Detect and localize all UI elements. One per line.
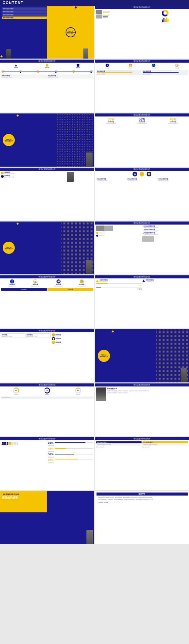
year-2: 2016 (20, 70, 22, 71)
slide-8: 请在这里添加标题内容 💻 💰 🪙 (95, 168, 189, 221)
copyright-header: 版权声明 (97, 493, 188, 496)
bar-6 (103, 17, 108, 18)
s18-body2: 此处添加内容描述文字内容说明 (142, 444, 188, 446)
icon-dollar: $ (106, 64, 109, 67)
s8-body-1: 此处添加内容文字说明 (97, 180, 126, 181)
icon-coins: 🪙 (147, 172, 151, 176)
city-photo (96, 387, 106, 401)
icon-text-2: 添加标题 (128, 67, 133, 69)
check-2: ✓ (142, 229, 144, 231)
label-2: 添加描述文字 (99, 235, 105, 236)
bar-5 (103, 16, 108, 17)
slide-19: BUSINESS PLAN 感谢您的观看 汇报人：姓名 职务 20XX (0, 491, 94, 544)
slide-14: PART 04 添加标题文字 (95, 329, 189, 382)
stat-48: 48% (169, 117, 176, 121)
slide-13: 请在这里添加标题内容 添加标题 此处添加内容文字说明 添加标题 此处添加内容文字… (0, 329, 94, 382)
desc-60: 此处添加标题 (48, 462, 93, 464)
s10-d1: 此处添加内容文字说明此处添加 (144, 227, 158, 228)
slide-13-header: 请在这里添加标题内容 (0, 329, 94, 332)
page-wrapper: CONTENT PART 01 添加标题文字 在此单击添加标题 在此单击添加标题… (0, 0, 189, 544)
icon-s11-2: 📊 (33, 279, 37, 283)
icon-globe: 🌐 (152, 64, 155, 67)
s18-body1: 此处添加内容描述文字内容说明 (96, 444, 142, 446)
person-icon-7 (67, 172, 74, 182)
cover-text-1: 在此单击添加标题 (2, 7, 47, 10)
person-silhouette-2 (83, 48, 88, 59)
s13-ci1: 添加标题 (55, 334, 61, 336)
bar-2 (103, 12, 108, 12)
icon-chart-2: 📊 (175, 64, 179, 67)
s18-sub2: 此处添加内容文字 (142, 446, 188, 448)
dot-2 (20, 72, 21, 73)
desc-50: 此处添加标题 (48, 456, 93, 458)
btn-2[interactable]: 添加标题 (47, 288, 93, 291)
progress-bar-2 (96, 287, 101, 287)
part02-title: 添加标题文字 (5, 140, 13, 142)
tl-desc-2: 此处添加描述文字内容 (48, 76, 92, 78)
page-title: CONTENT (0, 0, 189, 6)
deco-dot-1 (75, 6, 77, 8)
stat-30: 30% (48, 447, 54, 450)
slide-2-header: 请在这里添加标题内容 (95, 6, 189, 9)
slide-5: PART 02 添加标题文字 (0, 113, 94, 166)
triangle-2 (142, 279, 145, 282)
stat-53: 53% (139, 117, 145, 121)
slide-4-header: 请在这里添加标题内容 (95, 60, 189, 63)
btn-1[interactable]: 添加标题 (1, 288, 47, 291)
s18-sub1: 此处添加内容文字 (96, 446, 142, 448)
s4-title-2: 此处添加标题 (143, 71, 187, 72)
s4-body-2: 此处添加内容文字 (143, 73, 187, 75)
bar-4 (103, 15, 109, 16)
s13-d2: 此处添加内容文字说明 (27, 336, 50, 337)
s16-body: 此处添加内容描述文字，此处添加内容描述文字，此处添加内容描述文字此处添加内容描述… (107, 390, 188, 392)
circle-icon-3: 💡 (52, 341, 55, 344)
photo-s10-3 (142, 236, 154, 242)
donut-chart (162, 10, 168, 16)
stat-48-desc: 此处添加内容描述文字 (168, 123, 178, 124)
slide-6-header: 请在这里添加标题内容 (95, 113, 189, 116)
bar-80 (55, 442, 85, 443)
slide-6: 请在这里添加标题内容 50% 此处添加标题 此处添加内容描述文字 53% 此处添… (95, 113, 189, 166)
label-1: 添加描述文字 (99, 232, 105, 234)
pi-6 (10, 442, 11, 445)
pi-10 (17, 442, 18, 445)
arrow-1 (138, 174, 139, 174)
chart-bar-1 (162, 20, 163, 22)
tl-desc-1: 此处添加描述文字内容 (2, 76, 46, 78)
slide-1: PART 01 添加标题文字 在此单击添加标题 在此单击添加标题 在此单击添加标… (0, 6, 94, 59)
s11-d2: 此处添加内容文字 (31, 285, 40, 287)
slide-17: 请在这里添加标题内容 80% (0, 437, 94, 490)
slide-16-header: 请在这里添加标题内容 (95, 383, 189, 386)
icon-money: 💰 (140, 172, 144, 176)
dot-1 (2, 72, 3, 73)
copyright-text-2: 本文件中的所有图片、字体等资源，版权均归原作者所有，如有版权问题请联系我们。使用… (98, 499, 187, 501)
photo-s10-2 (105, 226, 113, 231)
pct-11: 11% (96, 288, 142, 290)
dot-6 (90, 72, 92, 73)
triangle-1 (96, 279, 99, 282)
year-4: 2018 (55, 70, 57, 71)
circ-1: 94% (13, 387, 19, 394)
s8-body-2: 此处添加内容文字说明 (127, 180, 156, 181)
icon-7-1 (1, 172, 4, 174)
copyright-text-3: © 版权所有，禁止转载 (98, 502, 187, 503)
circ-1-label: 添加标题 (14, 394, 18, 395)
s10-d2: 此处添加内容文字说明此处添加 (144, 230, 158, 232)
bar-50 (55, 454, 74, 454)
s11-t4: 添加标题 (79, 284, 84, 285)
s7-d2: 此处添加内容文字说明 (4, 176, 14, 178)
s11-d4: 此处添加内容文字 (78, 285, 86, 287)
s11-d1: 此处添加内容文字 (8, 285, 16, 287)
badge-2 (96, 235, 98, 237)
icon-label-2: 添加标题 (45, 67, 49, 68)
slide-18-header: 请在这里添加标题内容 (95, 437, 189, 440)
circ-3-label: 添加标题 (76, 394, 80, 395)
cover-text-3: 在此单击添加标题 (2, 13, 47, 16)
slide-11: 请在这里添加标题内容 👤 添加标题 此处添加内容文字 📊 添加标题 此处添加内容… (0, 275, 94, 328)
bar-1 (103, 11, 110, 11)
icon-s11-1: 👤 (10, 279, 14, 283)
icon-text-4: 添加标题 (175, 67, 179, 69)
s4-title-1: 此处添加标题 (97, 71, 141, 72)
slide-3: 请在这里添加标题内容 添加标题 添加标题 添加标题 (0, 60, 94, 112)
slide-7: 请在这里添加标题内容 添加标题 此处添加内容文字说明 添加标题 (0, 168, 94, 221)
